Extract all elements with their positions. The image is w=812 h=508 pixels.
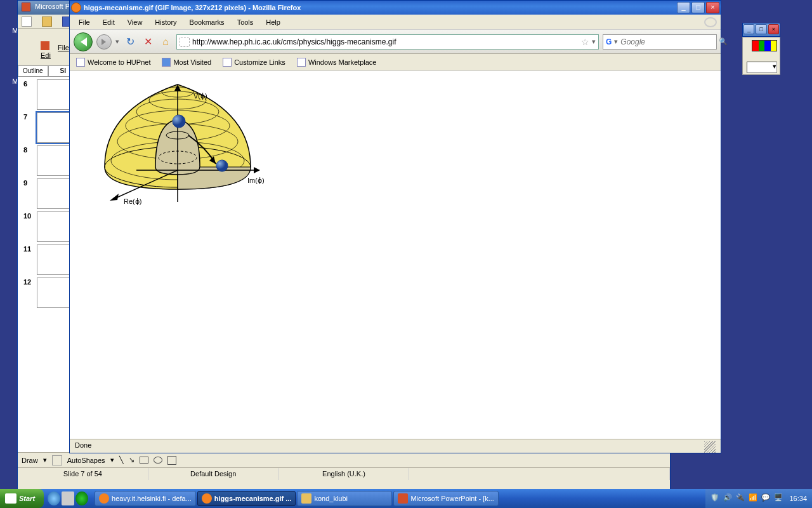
- clock[interactable]: 16:34: [789, 495, 807, 502]
- resize-handle[interactable]: [704, 441, 716, 453]
- page-icon: [223, 58, 232, 67]
- tab-outline[interactable]: Outline: [18, 65, 48, 76]
- status-design: Default Design: [148, 468, 279, 480]
- dropdown-icon[interactable]: ▾: [115, 37, 119, 46]
- desktop-icon[interactable]: [62, 491, 74, 505]
- menu-history[interactable]: History: [150, 17, 181, 28]
- back-button[interactable]: [74, 32, 93, 51]
- menubar[interactable]: File Edit View History Bookmarks Tools H…: [70, 15, 721, 30]
- status-lang: English (U.K.): [279, 468, 410, 480]
- task-button[interactable]: heavy.it.helsinki.fi - defa...: [95, 491, 196, 506]
- task-button[interactable]: Microsoft PowerPoint - [k...: [393, 491, 498, 506]
- throbber-icon: [704, 17, 717, 27]
- google-icon[interactable]: G: [606, 37, 612, 46]
- menu-bookmarks[interactable]: Bookmarks: [185, 17, 230, 28]
- task-button[interactable]: higgs-mecanisme.gif ...: [197, 491, 296, 506]
- url-input[interactable]: [192, 37, 579, 46]
- tray-icon[interactable]: 🛡️: [710, 493, 721, 504]
- tray-icon[interactable]: 💬: [761, 493, 771, 504]
- home-button[interactable]: ⌂: [159, 35, 173, 49]
- page-icon: [76, 58, 85, 67]
- system-tray[interactable]: 🛡️ 🔊 🔌 📶 💬 🖥️ 16:34: [705, 489, 812, 508]
- search-icon[interactable]: 🔍: [719, 37, 728, 46]
- titlebar[interactable]: higgs-mecanisme.gif (GIF Image, 327x212 …: [70, 1, 721, 15]
- windows-flag-icon: [5, 493, 16, 504]
- forward-button[interactable]: [96, 34, 112, 50]
- menu-edit[interactable]: Edit: [98, 17, 120, 28]
- statusbar: Done: [70, 439, 721, 453]
- background-window-controls[interactable]: _ □ ×: [742, 23, 780, 37]
- firefox-window: higgs-mecanisme.gif (GIF Image, 327x212 …: [69, 0, 721, 453]
- bookmark-item[interactable]: Welcome to HUPnet: [74, 57, 153, 68]
- new-icon[interactable]: [22, 17, 32, 27]
- firefox-icon: [99, 493, 109, 504]
- ppt-menu-file[interactable]: File: [58, 44, 69, 51]
- status-text: Done: [75, 441, 704, 451]
- pointer-icon[interactable]: [52, 455, 62, 465]
- bookmark-item[interactable]: Most Visited: [159, 57, 214, 68]
- higgs-image: V(ϕ) Im(ϕ) Re(ϕ): [73, 72, 280, 206]
- open-icon[interactable]: [42, 17, 52, 27]
- autoshapes-menu[interactable]: AutoShapes: [67, 457, 105, 464]
- close-btn[interactable]: ×: [768, 24, 779, 34]
- minimize-button[interactable]: _: [677, 2, 690, 13]
- draw-menu[interactable]: Draw: [22, 457, 38, 464]
- tray-icon[interactable]: 📶: [749, 493, 759, 504]
- menu-tools[interactable]: Tools: [232, 17, 259, 28]
- media-icon[interactable]: [75, 491, 88, 505]
- start-label: Start: [19, 495, 35, 502]
- stop-button[interactable]: ✕: [141, 35, 155, 49]
- ppt-menu-edit[interactable]: Edi: [41, 51, 51, 59]
- reload-button[interactable]: ↻: [123, 35, 137, 49]
- tray-icon[interactable]: 🔊: [723, 493, 733, 504]
- site-favicon: [180, 37, 190, 47]
- tray-icon[interactable]: 🔌: [736, 493, 746, 504]
- bookmarks-toolbar[interactable]: Welcome to HUPnet Most Visited Customize…: [70, 54, 721, 70]
- task-button[interactable]: kond_klubi: [297, 491, 392, 506]
- close-button[interactable]: ×: [706, 2, 719, 13]
- page-icon: [297, 58, 306, 67]
- minimize-btn[interactable]: _: [743, 24, 754, 34]
- maximize-button[interactable]: □: [691, 2, 705, 13]
- status-slide: Slide 7 of 54: [18, 468, 148, 480]
- ppt-icon: [22, 3, 30, 11]
- line-icon[interactable]: ╲: [119, 456, 124, 464]
- menu-view[interactable]: View: [122, 17, 148, 28]
- quick-launch[interactable]: [44, 491, 92, 505]
- svg-point-20: [216, 160, 228, 171]
- axis-re-label: Re(ϕ): [124, 197, 141, 205]
- menu-file[interactable]: File: [74, 17, 95, 28]
- bookmark-item[interactable]: Windows Marketplace: [294, 57, 379, 68]
- maximize-btn[interactable]: □: [756, 24, 766, 34]
- firefox-icon: [202, 493, 212, 504]
- search-input[interactable]: [620, 37, 716, 46]
- window-title: higgs-mecanisme.gif (GIF Image, 327x212 …: [84, 4, 677, 11]
- menu-help[interactable]: Help: [261, 17, 285, 28]
- search-bar[interactable]: G▾ 🔍: [603, 34, 717, 50]
- start-button[interactable]: Start: [0, 489, 44, 508]
- bookmark-item[interactable]: Customize Links: [220, 57, 288, 68]
- svg-marker-14: [110, 194, 119, 201]
- rect-icon[interactable]: [140, 457, 148, 464]
- star-icon[interactable]: ☆: [581, 37, 589, 47]
- tray-icon[interactable]: 🖥️: [774, 493, 784, 504]
- ppt-statusbar: Slide 7 of 54 Default Design English (U.…: [18, 467, 670, 480]
- dropdown-icon[interactable]: ▾: [592, 37, 596, 46]
- ie-icon[interactable]: [48, 491, 60, 505]
- ppt-title-text: Microsoft P: [35, 3, 70, 10]
- textbox-icon[interactable]: [167, 456, 176, 465]
- svg-point-19: [173, 115, 185, 128]
- task-buttons: heavy.it.helsinki.fi - defa... higgs-mec…: [92, 491, 705, 506]
- url-bar[interactable]: ☆ ▾: [176, 34, 599, 50]
- draw-toolbar[interactable]: Draw▾ AutoShapes▾ ╲ ↘: [18, 452, 670, 467]
- most-visited-icon: [162, 58, 171, 67]
- folder-icon: [301, 493, 311, 504]
- background-window-toolbar: ▾: [742, 37, 780, 75]
- status-extra: [409, 468, 670, 480]
- ellipse-icon[interactable]: [154, 457, 162, 464]
- arrow-icon[interactable]: ↘: [129, 456, 134, 464]
- firefox-icon: [71, 3, 81, 13]
- svg-marker-12: [254, 167, 260, 173]
- powerpoint-icon: [398, 493, 408, 504]
- axis-im-label: Im(ϕ): [247, 177, 265, 184]
